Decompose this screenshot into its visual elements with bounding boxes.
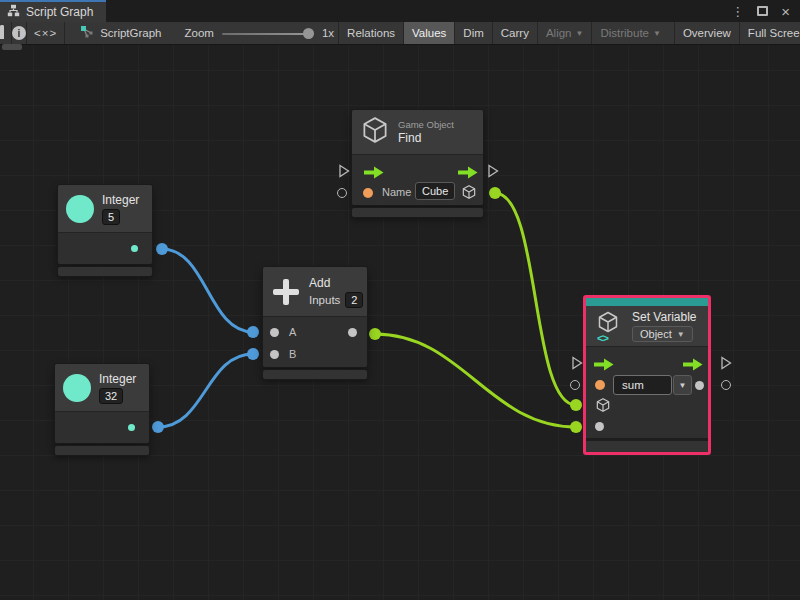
window-close-icon[interactable]: × [781, 4, 790, 19]
variable-scope-dropdown[interactable]: Object ▼ [632, 326, 693, 342]
inputs-count-field[interactable]: 2 [345, 292, 363, 308]
node-gameobject-find[interactable]: Game Object Find Name Cube [352, 110, 483, 217]
control-in-arrow-icon[interactable] [593, 357, 615, 370]
node-set-variable[interactable]: <> Set Variable Object ▼ sum ▼ [583, 295, 711, 455]
full-screen-button[interactable]: Full Screen [739, 22, 800, 44]
control-out-arrow-icon[interactable] [682, 357, 704, 370]
lock-icon [0, 27, 11, 39]
setvariable-control-output-port[interactable] [720, 356, 732, 374]
zoom-slider[interactable] [222, 22, 314, 45]
wire-integer5-to-addA[interactable] [162, 249, 253, 332]
node-integer-5[interactable]: Integer 5 [58, 185, 152, 276]
variable-name-dropdown-button[interactable]: ▼ [673, 375, 692, 395]
graph-toolbar: i <×> ScriptGraph Zoom 1x Relations Valu… [0, 22, 800, 45]
integer-output-dot[interactable] [131, 245, 138, 252]
node-footer [263, 370, 367, 379]
code-view-button[interactable]: <×> [27, 22, 65, 44]
chevron-down-icon: ▼ [679, 381, 687, 390]
window-menu-icon[interactable]: ⋮ [731, 5, 744, 18]
integer5-output-port[interactable] [156, 243, 168, 255]
find-name-input-port[interactable] [337, 188, 347, 198]
control-out-arrow-icon[interactable] [457, 165, 479, 178]
node-footer [352, 208, 483, 217]
set-variable-icon: <> [594, 310, 624, 342]
add-icon [271, 277, 301, 307]
output-value-dot[interactable] [695, 381, 704, 390]
gameobject-cube-icon [360, 115, 390, 149]
variable-name-field[interactable]: sum [613, 375, 672, 395]
integer-output-dot[interactable] [128, 424, 135, 431]
integer32-output-port[interactable] [152, 421, 164, 433]
node-title: Set Variable [632, 310, 696, 324]
info-icon: i [12, 26, 26, 40]
setvariable-object-input-port[interactable] [570, 399, 582, 411]
object-input-cube-icon[interactable] [595, 397, 611, 417]
setvariable-value-input-port[interactable] [570, 421, 582, 433]
zoom-slider-track [222, 33, 314, 35]
node-title: Find [398, 131, 454, 145]
integer-type-icon [63, 374, 91, 402]
variable-name-input-dot[interactable] [595, 380, 605, 390]
node-integer-32[interactable]: Integer 32 [55, 364, 149, 455]
zoom-slider-handle[interactable] [303, 28, 314, 39]
canvas-corner-chip [2, 44, 22, 50]
dim-button[interactable]: Dim [454, 22, 491, 44]
node-title: Integer [99, 372, 136, 386]
node-footer [58, 267, 152, 276]
scriptgraph-name: ScriptGraph [100, 27, 161, 39]
setvariable-value-output-port[interactable] [721, 380, 731, 390]
code-icon: <×> [34, 27, 57, 39]
window-tab-bar: Script Graph ⋮ × [0, 0, 800, 22]
chevron-down-icon: ▼ [576, 29, 584, 38]
port-a-label: A [289, 326, 296, 338]
name-label: Name [382, 186, 411, 198]
chevron-down-icon: ▼ [677, 330, 685, 339]
scriptgraph-reference[interactable]: ScriptGraph [71, 22, 170, 44]
distribute-button: Distribute ▼ [591, 22, 669, 44]
overview-button[interactable]: Overview [674, 22, 739, 44]
node-footer [55, 446, 149, 455]
find-gameobject-output-port[interactable] [489, 187, 501, 199]
integer-value-field[interactable]: 32 [99, 388, 123, 404]
inputs-label: Inputs [309, 294, 340, 306]
name-input-dot[interactable] [363, 188, 373, 198]
find-control-input-port[interactable] [338, 164, 350, 182]
wire-find-to-setvariable[interactable] [495, 193, 576, 405]
sum-output-dot[interactable] [348, 328, 357, 337]
variable-brackets-icon: <> [597, 332, 608, 344]
node-title: Add [309, 276, 363, 290]
setvariable-name-input-port[interactable] [570, 380, 580, 390]
node-footer [586, 441, 708, 452]
inspect-button[interactable]: i [12, 22, 27, 44]
tab-title: Script Graph [26, 5, 93, 19]
name-value-field[interactable]: Cube [415, 182, 455, 200]
port-b-dot[interactable] [270, 350, 279, 359]
values-button[interactable]: Values [403, 22, 454, 44]
control-in-arrow-icon[interactable] [363, 165, 385, 178]
add-sum-output-port[interactable] [369, 328, 381, 340]
integer-value-field[interactable]: 5 [102, 209, 120, 225]
port-b-label: B [289, 348, 296, 360]
gameobject-output-cube-icon[interactable] [461, 184, 477, 204]
node-add[interactable]: Add Inputs 2 A B [263, 267, 367, 379]
zoom-label: Zoom [185, 27, 214, 39]
integer-type-icon [66, 195, 94, 223]
zoom-level: 1x [322, 27, 334, 39]
node-title: Integer [102, 193, 139, 207]
graph-canvas[interactable]: Integer 5 Integer 32 [0, 45, 800, 600]
addB-input-port[interactable] [247, 348, 259, 360]
carry-button[interactable]: Carry [492, 22, 537, 44]
scriptgraph-asset-icon [80, 25, 94, 41]
value-input-dot[interactable] [595, 422, 604, 431]
setvariable-control-input-port[interactable] [571, 356, 583, 374]
relations-button[interactable]: Relations [338, 22, 403, 44]
tab-script-graph[interactable]: Script Graph [0, 0, 106, 22]
wire-integer32-to-addB[interactable] [158, 354, 253, 427]
window-maximize-icon[interactable] [757, 6, 768, 16]
addA-input-port[interactable] [247, 326, 259, 338]
lock-button[interactable] [0, 22, 12, 44]
variable-node-strip [586, 298, 708, 306]
node-category: Game Object [398, 119, 454, 130]
port-a-dot[interactable] [270, 328, 279, 337]
find-control-output-port[interactable] [487, 164, 499, 182]
